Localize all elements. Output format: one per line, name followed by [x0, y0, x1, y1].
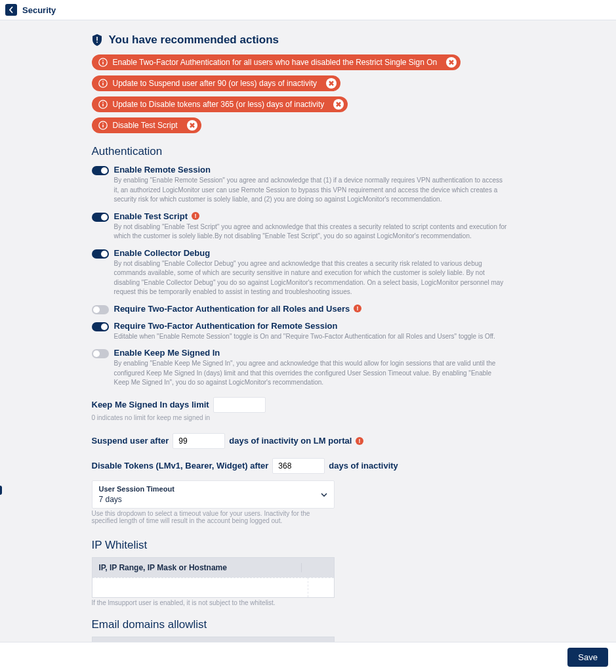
- close-icon[interactable]: [326, 78, 337, 89]
- toggle-enable-remote-session[interactable]: [92, 166, 109, 175]
- recommended-chip[interactable]: Update to Disable tokens after 365 (or l…: [92, 96, 348, 112]
- chip-label: Enable Two-Factor Authentication for all…: [113, 58, 438, 67]
- field-hint: 0 indicates no limit for keep me signed …: [92, 414, 525, 421]
- svg-rect-6: [102, 83, 103, 85]
- row-enable-collector-debug: Enable Collector Debug By not disabling …: [92, 248, 525, 297]
- row-title: Enable Collector Debug: [114, 248, 211, 258]
- keep-signed-days-input[interactable]: [213, 397, 266, 413]
- warning-icon: !: [356, 437, 363, 445]
- user-session-timeout-select[interactable]: User Session Timeout 7 days: [92, 480, 335, 509]
- close-icon[interactable]: [187, 120, 197, 131]
- page-header: Security: [0, 0, 616, 20]
- row-title: Enable Test Script !: [114, 211, 199, 221]
- chip-label: Disable Test Script: [113, 121, 178, 130]
- row-title: Enable Remote Session: [114, 165, 211, 175]
- page-title: Security: [22, 5, 56, 15]
- row-title: Enable Keep Me Signed In: [114, 348, 220, 358]
- info-icon: [98, 58, 108, 67]
- table-header: IP, IP Range, IP Mask or Hostname: [99, 563, 301, 572]
- section-authentication: Authentication: [92, 145, 525, 158]
- svg-text:!: !: [357, 305, 359, 312]
- select-label: User Session Timeout: [99, 485, 327, 493]
- recommended-chip[interactable]: Update to Suspend user after 90 (or less…: [92, 75, 341, 91]
- svg-text:!: !: [359, 438, 361, 444]
- back-button[interactable]: [5, 4, 17, 16]
- recommended-chip[interactable]: Disable Test Script: [92, 117, 201, 133]
- row-keep-me-signed-in: Enable Keep Me Signed In By enabling "En…: [92, 348, 525, 388]
- select-value: 7 days: [99, 495, 327, 504]
- svg-rect-3: [102, 62, 103, 64]
- recommended-chip[interactable]: Enable Two-Factor Authentication for all…: [92, 54, 461, 70]
- svg-rect-0: [96, 37, 98, 41]
- footer-bar: Save: [0, 642, 616, 672]
- row-enable-test-script: Enable Test Script ! By not disabling "E…: [92, 211, 525, 242]
- toggle-enable-collector-debug[interactable]: [92, 249, 109, 259]
- shield-icon: [92, 34, 102, 46]
- field-suffix: days of inactivity: [329, 461, 398, 471]
- field-label: Keep Me Signed In days limit: [92, 400, 209, 410]
- table-hint: If the lmsupport user is enabled, it is …: [92, 599, 525, 606]
- row-desc: Editable when "Enable Remote Session" to…: [114, 332, 508, 342]
- ip-whitelist-table: IP, IP Range, IP Mask or Hostname: [92, 557, 335, 598]
- svg-rect-9: [102, 104, 103, 106]
- svg-text:!: !: [194, 213, 196, 219]
- field-hint: Use this dropdown to select a timeout va…: [92, 510, 335, 524]
- warning-icon: !: [192, 212, 199, 220]
- left-scroll-indicator: [0, 486, 2, 495]
- chevron-left-icon: [8, 7, 14, 13]
- field-suspend-after: Suspend user after days of inactivity on…: [92, 433, 525, 449]
- row-require-2fa-all: Require Two-Factor Authentication for al…: [92, 304, 525, 314]
- section-ip-whitelist: IP Whitelist: [92, 539, 525, 552]
- chevron-down-icon: [321, 490, 327, 499]
- row-desc: By enabling "Enable Keep Me Signed In", …: [114, 359, 508, 388]
- row-desc: By enabling "Enable Remote Session" you …: [114, 176, 508, 205]
- svg-rect-7: [102, 81, 103, 81]
- row-desc: By not disabling "Enable Collector Debug…: [114, 259, 508, 297]
- warning-icon: !: [354, 304, 361, 312]
- table-row[interactable]: [92, 578, 334, 597]
- row-require-2fa-remote: Require Two-Factor Authentication for Re…: [92, 321, 525, 342]
- close-icon[interactable]: [446, 57, 457, 68]
- recommended-chips: Enable Two-Factor Authentication for all…: [92, 54, 525, 133]
- recommended-banner: You have recommended actions: [92, 33, 525, 47]
- field-suffix: days of inactivity on LM portal: [229, 436, 352, 446]
- banner-title: You have recommended actions: [109, 33, 279, 47]
- chip-label: Update to Disable tokens after 365 (or l…: [113, 100, 325, 109]
- toggle-enable-test-script[interactable]: [92, 213, 109, 222]
- svg-rect-10: [102, 102, 103, 102]
- field-label: Disable Tokens (LMv1, Bearer, Widget) af…: [92, 461, 269, 471]
- info-icon: [98, 121, 108, 130]
- suspend-days-input[interactable]: [173, 433, 225, 449]
- svg-rect-12: [102, 125, 103, 127]
- field-label: Suspend user after: [92, 436, 169, 446]
- row-enable-remote-session: Enable Remote Session By enabling "Enabl…: [92, 165, 525, 205]
- row-title: Require Two-Factor Authentication for Re…: [114, 321, 338, 331]
- toggle-require-2fa-remote[interactable]: [92, 322, 109, 331]
- table-header-actions: [301, 563, 327, 572]
- svg-rect-4: [102, 60, 103, 60]
- info-icon: [98, 100, 108, 109]
- field-keep-signed-days: Keep Me Signed In days limit: [92, 397, 525, 413]
- svg-rect-1: [96, 42, 98, 43]
- row-desc: By not disabling "Enable Test Script" yo…: [114, 222, 508, 242]
- close-icon[interactable]: [333, 99, 344, 110]
- toggle-keep-me-signed-in[interactable]: [92, 349, 109, 358]
- info-icon: [98, 79, 108, 88]
- chip-label: Update to Suspend user after 90 (or less…: [113, 79, 318, 88]
- svg-rect-13: [102, 123, 103, 123]
- toggle-require-2fa-all[interactable]: [92, 305, 109, 314]
- row-title: Require Two-Factor Authentication for al…: [114, 304, 362, 314]
- section-email-allowlist: Email domains allowlist: [92, 618, 525, 631]
- save-button[interactable]: Save: [567, 648, 608, 667]
- disable-tokens-days-input[interactable]: [272, 458, 325, 474]
- field-disable-tokens: Disable Tokens (LMv1, Bearer, Widget) af…: [92, 458, 525, 474]
